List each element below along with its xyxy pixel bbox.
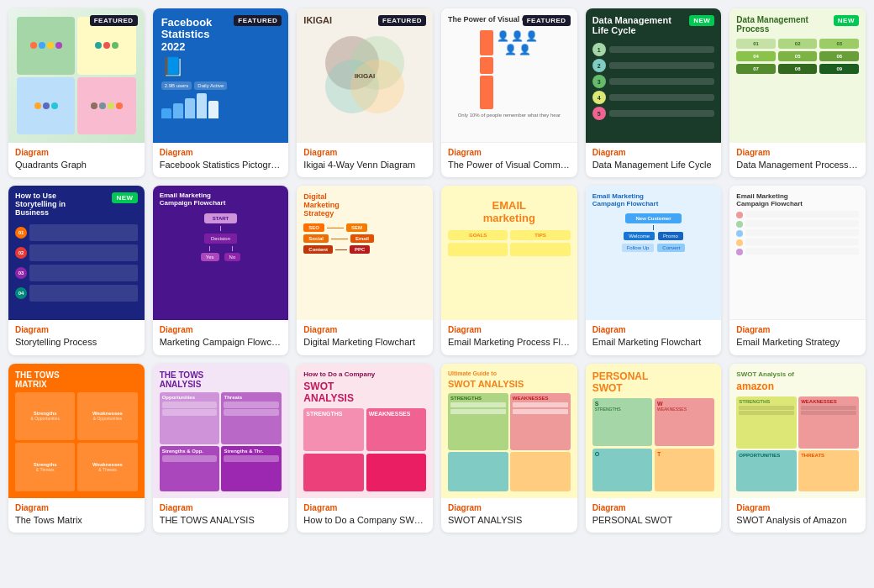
card-tows-matrix[interactable]: THE TOWSMATRIX Strengths & Opportunities… (8, 364, 145, 533)
card-meta: Diagram THE TOWS ANALYSIS (153, 498, 289, 533)
card-category: Diagram (592, 325, 715, 334)
card-title: The Tows Matrix (15, 514, 138, 526)
card-meta: Diagram Ikigai 4-Way Venn Diagram (297, 143, 433, 177)
card-category: Diagram (15, 325, 138, 334)
card-swot-amazon[interactable]: SWOT Analysis of amazon STRENGTHS WEAKNE… (729, 364, 866, 533)
featured-badge: FEATURED (523, 15, 571, 26)
card-email-strategy[interactable]: Email MarketingCampaign Flowchart (729, 186, 866, 354)
card-title: Data Management Process Time... (736, 159, 859, 171)
card-title: Facebook Statistics Pictogram (160, 159, 282, 171)
svg-point-3 (350, 60, 404, 113)
card-category: Diagram (736, 325, 859, 334)
card-meta: Diagram PERSONAL SWOT (586, 498, 722, 533)
card-email-flowchart[interactable]: Email MarketingCampaign Flowchart New Cu… (586, 186, 722, 354)
card-category: Diagram (736, 148, 859, 157)
new-badge: NEW (689, 15, 714, 26)
card-category: Diagram (303, 503, 426, 512)
card-meta: Diagram How to Do a Company SWOT Analysi… (297, 498, 433, 533)
card-category: Diagram (303, 148, 426, 157)
card-tows-analysis[interactable]: THE TOWSANALYSIS Opportunities Threats S… (153, 364, 289, 533)
svg-text:IKIGAI: IKIGAI (355, 72, 375, 80)
card-meta: Diagram Digital Marketing Flowchart (297, 320, 433, 354)
card-title: Ikigai 4-Way Venn Diagram (303, 159, 426, 171)
card-category: Diagram (736, 503, 859, 512)
card-meta: Diagram SWOT ANALYSIS (441, 498, 577, 533)
card-category: Diagram (448, 148, 571, 157)
card-title: Digital Marketing Flowchart (303, 336, 426, 348)
new-badge: NEW (112, 192, 137, 203)
card-category: Diagram (160, 148, 282, 157)
card-meta: Diagram Quadrants Graph (8, 143, 145, 177)
card-marketing-campaign[interactable]: Email MarketingCampaign Flowchart START … (153, 186, 289, 354)
card-category: Diagram (592, 148, 715, 157)
card-meta: Diagram The Tows Matrix (8, 498, 145, 533)
card-title: THE TOWS ANALYSIS (160, 514, 282, 526)
card-title: Data Management Life Cycle (592, 159, 715, 171)
card-swot-analysis[interactable]: Ultimate Guide to SWOT ANALYSIS STRENGTH… (441, 364, 577, 533)
featured-badge: FEATURED (90, 15, 138, 26)
card-meta: Diagram Storytelling Process (8, 320, 145, 354)
card-quadrants-graph[interactable]: FEATURED (8, 8, 145, 177)
card-email-process[interactable]: EMAILmarketing GOALS TIPS Diagram Email … (441, 186, 577, 354)
card-meta: Diagram Marketing Campaign Flowchart (153, 320, 289, 354)
card-data-management-process[interactable]: NEW Data ManagementProcess 01 02 03 04 0… (729, 8, 866, 177)
card-meta: Diagram Data Management Process Time... (729, 143, 866, 177)
card-category: Diagram (15, 148, 138, 157)
card-meta: Diagram The Power of Visual Communica... (441, 143, 577, 177)
card-power-visual[interactable]: FEATURED The Power of Visual Comm... 👤 👤… (441, 8, 577, 177)
card-meta: Diagram Email Marketing Flowchart (586, 320, 722, 354)
card-meta: Diagram SWOT Analysis of Amazon (729, 498, 866, 533)
card-storytelling[interactable]: NEW How to UseStorytelling inBusiness 01… (8, 186, 145, 354)
card-personal-swot[interactable]: PERSONALSWOT S STRENGTHS W WEAKNESSES O … (586, 364, 722, 533)
card-meta: Diagram Email Marketing Strategy (729, 320, 866, 354)
card-title: Email Marketing Strategy (736, 336, 859, 348)
card-category: Diagram (15, 503, 138, 512)
card-ikigai[interactable]: FEATURED IKIGAI IKIGAI Diagram Ikigai 4-… (297, 8, 433, 177)
card-category: Diagram (160, 325, 282, 334)
card-title: SWOT ANALYSIS (448, 514, 571, 526)
featured-badge: FEATURED (234, 15, 282, 26)
card-title: SWOT Analysis of Amazon (736, 514, 859, 526)
card-meta: Diagram Email Marketing Process Flowc... (441, 320, 577, 354)
card-meta: Diagram Data Management Life Cycle (586, 143, 722, 177)
card-title: PERSONAL SWOT (592, 514, 715, 526)
card-title: Email Marketing Flowchart (592, 336, 715, 348)
card-category: Diagram (303, 325, 426, 334)
card-facebook-statistics[interactable]: FEATURED FacebookStatistics2022 📘 2.9B u… (153, 8, 289, 177)
card-title: The Power of Visual Communica... (448, 159, 571, 171)
card-grid: FEATURED (8, 8, 866, 533)
card-title: How to Do a Company SWOT Analysis (303, 514, 426, 526)
card-data-management-lifecycle[interactable]: NEW Data ManagementLife Cycle 1 2 3 (586, 8, 722, 177)
card-meta: Diagram Facebook Statistics Pictogram (153, 143, 289, 177)
card-category: Diagram (448, 325, 571, 334)
card-how-to-swot[interactable]: How to Do a Company SWOTANALYSIS STRENGT… (297, 364, 433, 533)
card-digital-marketing[interactable]: DigitalMarketingStrategy SEO SEM Social … (297, 186, 433, 354)
featured-badge: FEATURED (378, 15, 426, 26)
new-badge: NEW (834, 15, 859, 26)
card-title: Quadrants Graph (15, 159, 138, 171)
card-category: Diagram (448, 503, 571, 512)
card-category: Diagram (592, 503, 715, 512)
card-title: Storytelling Process (15, 336, 138, 348)
card-category: Diagram (160, 503, 282, 512)
card-title: Marketing Campaign Flowchart (160, 336, 282, 348)
card-title: Email Marketing Process Flowc... (448, 336, 571, 348)
